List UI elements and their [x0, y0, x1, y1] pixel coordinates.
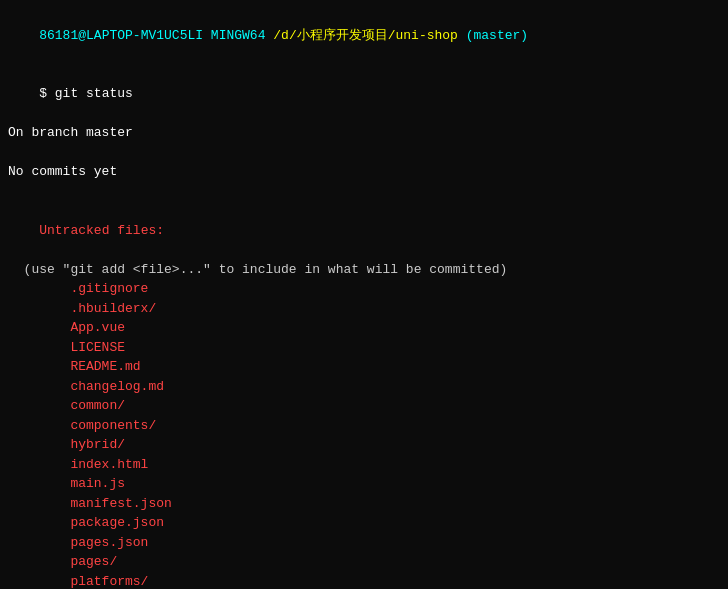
no-commits-line: No commits yet: [8, 162, 720, 182]
prompt-symbol: $ git status: [39, 86, 133, 101]
terminal-header: 86181@LAPTOP-MV1UC5LI MINGW64 /d/小程序开发项目…: [8, 6, 720, 65]
untracked-header: Untracked files:: [8, 201, 720, 260]
file-changelog: changelog.md: [8, 377, 720, 397]
shell-name: MINGW64: [211, 28, 266, 43]
hint-line: (use "git add <file>..." to include in w…: [8, 260, 720, 280]
empty-line-2: [8, 182, 720, 202]
branch-label: (master): [466, 28, 528, 43]
file-components: components/: [8, 416, 720, 436]
user-host: 86181@LAPTOP-MV1UC5LI: [39, 28, 203, 43]
file-pages: pages/: [8, 552, 720, 572]
untracked-label: Untracked files:: [39, 223, 164, 238]
file-index-html: index.html: [8, 455, 720, 475]
file-license: LICENSE: [8, 338, 720, 358]
branch-output: On branch master: [8, 123, 720, 143]
file-readme: README.md: [8, 357, 720, 377]
empty-line-1: [8, 143, 720, 163]
terminal-window: 86181@LAPTOP-MV1UC5LI MINGW64 /d/小程序开发项目…: [0, 0, 728, 589]
file-platforms: platforms/: [8, 572, 720, 590]
file-common: common/: [8, 396, 720, 416]
shell-label: [203, 28, 211, 43]
file-app-vue: App.vue: [8, 318, 720, 338]
command-line: $ git status: [8, 65, 720, 124]
file-hybrid: hybrid/: [8, 435, 720, 455]
file-main-js: main.js: [8, 474, 720, 494]
file-package: package.json: [8, 513, 720, 533]
path-label: /d/小程序开发项目/uni-shop: [273, 28, 458, 43]
file-gitignore: .gitignore: [8, 279, 720, 299]
file-hbuilderx: .hbuilderx/: [8, 299, 720, 319]
file-pages-json: pages.json: [8, 533, 720, 553]
file-manifest: manifest.json: [8, 494, 720, 514]
